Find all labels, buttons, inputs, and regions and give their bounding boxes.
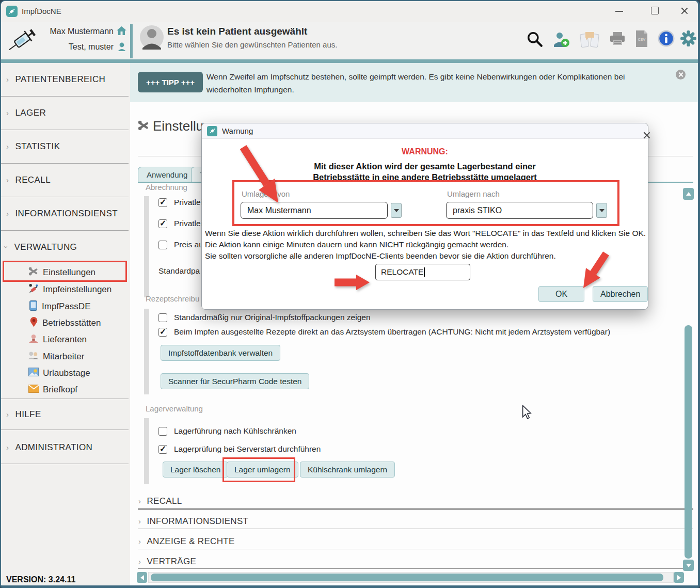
- sidebar-item-statistik[interactable]: STATISTIK: [6, 141, 60, 152]
- annotation-rect-lager-umlagern: [222, 457, 295, 482]
- checkbox[interactable]: [158, 241, 167, 249]
- accordion-anzeige-rechte[interactable]: ANZEIGE & RECHTE: [138, 536, 235, 547]
- sidebar-item-lager[interactable]: LAGER: [6, 108, 46, 118]
- checkbox[interactable]: [158, 328, 167, 337]
- smartphone-icon: [29, 300, 37, 313]
- section-label-rezept: Rezeptschreibu: [146, 294, 199, 303]
- sidebar-item-impfeinstellungen[interactable]: Impfeinstellungen: [28, 283, 112, 295]
- close-button[interactable]: [680, 7, 689, 15]
- add-patient-icon[interactable]: [552, 31, 570, 50]
- triangle-up-icon: [686, 192, 691, 196]
- checkbox-label: Lagerprüfung bei Serverstart durchführen: [174, 444, 321, 454]
- annotation-rect-einstellungen: [3, 261, 127, 282]
- chevron-right-icon: [6, 108, 9, 117]
- cancel-button[interactable]: Abbrechen: [593, 286, 648, 302]
- accordion-recall[interactable]: RECALL: [138, 496, 182, 506]
- kuehlschrank-umlagern-button[interactable]: Kühlschrank umlagern: [300, 462, 395, 478]
- envelope-icon: [28, 385, 39, 395]
- settings-gear-icon[interactable]: [680, 30, 697, 49]
- sidebar-item-mitarbeiter[interactable]: Mitarbeiter: [28, 351, 84, 362]
- logged-in-account: Test, muster: [1, 42, 114, 52]
- chevron-right-icon: [138, 537, 141, 546]
- checkbox-row: Lagerführung nach Kühlschränken: [158, 426, 296, 436]
- horizontal-scrollbar-thumb[interactable]: [151, 574, 663, 581]
- app-logo-icon: [6, 6, 18, 17]
- triangle-down-icon: [686, 564, 691, 567]
- scroll-up-button[interactable]: [683, 188, 694, 200]
- scroll-down-button[interactable]: [683, 560, 694, 571]
- chevron-down-icon: [3, 246, 10, 248]
- sidebar-item-impfpassde[interactable]: ImpfPassDE: [29, 300, 90, 313]
- chevron-right-icon: [6, 75, 9, 84]
- logged-in-user: Max Mustermann: [1, 27, 114, 36]
- checkbox[interactable]: [158, 445, 167, 454]
- dialog-body-line3: Sie sollten vorsorgliche alle anderen Im…: [205, 251, 556, 261]
- checkbox-label: Preis au: [174, 240, 203, 249]
- sidebar-item-recall[interactable]: RECALL: [6, 175, 51, 185]
- info-icon[interactable]: [658, 30, 675, 49]
- ok-button[interactable]: OK: [538, 286, 584, 302]
- accordion-divider: [138, 549, 693, 549]
- accordion-divider: [138, 508, 693, 510]
- text-caret: [424, 267, 425, 277]
- checkbox[interactable]: [158, 313, 167, 322]
- version-label: VERSION: 3.24.11: [6, 575, 75, 584]
- dialog-titlebar: Warnung: [202, 123, 648, 139]
- tip-close-button[interactable]: [676, 70, 686, 80]
- securpharm-scanner-button[interactable]: Scanner für SecurPharm Code testen: [161, 373, 309, 389]
- checkbox[interactable]: [158, 198, 167, 207]
- patient-status-subtitle: Bitte wählen Sie den gewünschten Patient…: [167, 40, 337, 49]
- print-icon[interactable]: [609, 31, 626, 49]
- accordion-vertraege[interactable]: VERTRÄGE: [138, 557, 196, 567]
- header-divider: [130, 24, 133, 58]
- sidebar-item-betriebsstaetten[interactable]: Betriebsstätten: [30, 317, 101, 329]
- lager-loeschen-button[interactable]: Lager löschen: [163, 462, 228, 478]
- home-icon[interactable]: [117, 26, 126, 37]
- sidebar-item-briefkopf[interactable]: Briefkopf: [28, 385, 77, 395]
- group-indicator: [144, 418, 149, 484]
- checkbox-label: Beim Impfen ausgestellte Rezepte direkt …: [174, 327, 610, 337]
- minimize-button[interactable]: [615, 11, 623, 12]
- page-title-icon: [137, 120, 150, 133]
- window-titlebar: ImpfDocNE: [1, 1, 698, 22]
- vertical-scrollbar-thumb[interactable]: [685, 325, 692, 559]
- checkbox-row: Privatlei: [158, 219, 202, 228]
- checkbox-label: Privatlei: [174, 219, 202, 228]
- sidebar-item-administration[interactable]: ADMINISTRATION: [6, 442, 92, 453]
- checkbox[interactable]: [158, 427, 167, 436]
- sidebar-item-lieferanten[interactable]: Lieferanten: [28, 334, 87, 345]
- sidebar: PATIENTENBEREICH LAGER STATISTIK RECALL …: [1, 63, 132, 585]
- close-icon: [680, 7, 689, 15]
- chevron-right-icon: [6, 209, 9, 218]
- sidebar-item-verwaltung[interactable]: VERWALTUNG: [5, 242, 77, 252]
- impfpass-transfer-icon[interactable]: [580, 30, 599, 50]
- staff-icon: [28, 351, 39, 362]
- tab-anwendung[interactable]: Anwendung: [138, 167, 196, 182]
- csv-icon-label: CSV: [638, 38, 646, 41]
- impfstoffdatenbank-button[interactable]: Impfstoffdatenbank verwalten: [161, 345, 280, 361]
- sidebar-item-informationsdienst[interactable]: INFORMATIONSDIENST: [6, 209, 118, 219]
- standardpa-label: Standardpa: [158, 266, 200, 276]
- tip-text-line1: Wenn Zweifel am Impfschutz bestehen, sol…: [206, 70, 625, 83]
- group-indicator: [144, 309, 149, 394]
- maximize-button[interactable]: [651, 7, 659, 14]
- checkbox[interactable]: [158, 219, 167, 228]
- checkbox-label: Privatlei: [174, 198, 202, 207]
- search-icon[interactable]: [527, 31, 543, 50]
- checkbox-row: Privatlei: [158, 198, 202, 207]
- relocate-input[interactable]: RELOCATE: [375, 264, 470, 280]
- accordion-informationsdienst[interactable]: INFORMATIONSDIENST: [138, 516, 248, 527]
- scroll-left-button[interactable]: [137, 572, 147, 583]
- person-icon[interactable]: [118, 42, 126, 53]
- scroll-right-button[interactable]: [674, 572, 684, 583]
- csv-export-icon[interactable]: CSV: [635, 30, 648, 49]
- warning-line1: Mit dieser Aktion wird der gesamte Lager…: [202, 162, 648, 171]
- sidebar-item-urlaubstage[interactable]: Urlaubstage: [28, 368, 90, 378]
- supplier-icon: [28, 334, 39, 345]
- triangle-right-icon: [677, 575, 681, 580]
- app-window: ImpfDocNE Max Mustermann Test, muster: [0, 0, 700, 588]
- dialog-body-line1: Wenn Sie diese Aktion wirklich durchführ…: [205, 229, 646, 238]
- accordion-divider: [138, 568, 693, 569]
- sidebar-item-hilfe[interactable]: HILFE: [6, 409, 41, 420]
- sidebar-item-patientenbereich[interactable]: PATIENTENBEREICH: [6, 74, 105, 85]
